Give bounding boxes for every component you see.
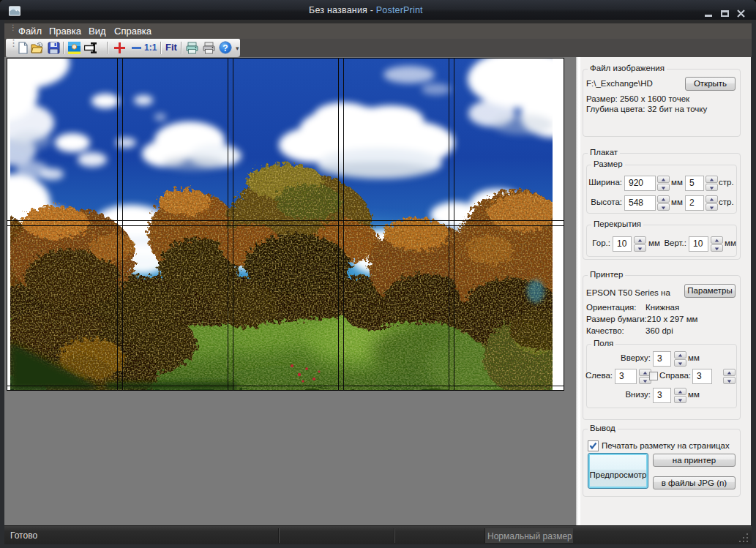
svg-text:?: ? <box>222 43 228 53</box>
